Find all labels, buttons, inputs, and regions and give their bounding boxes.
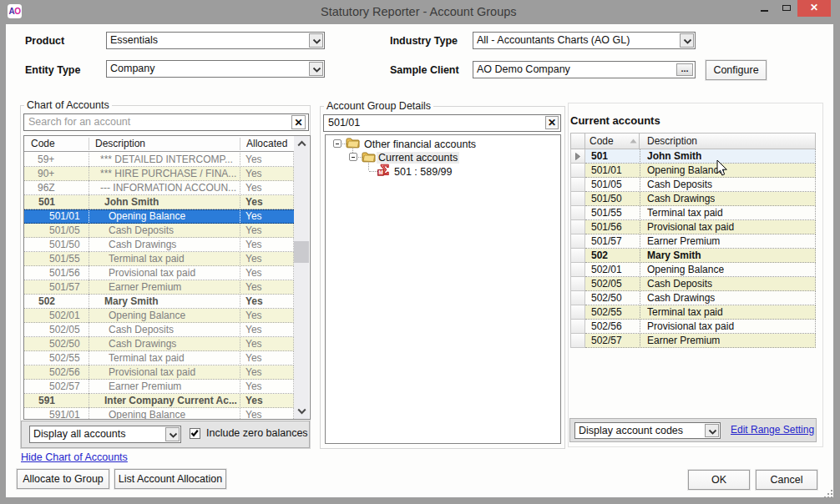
svg-text:M: M xyxy=(378,169,382,175)
